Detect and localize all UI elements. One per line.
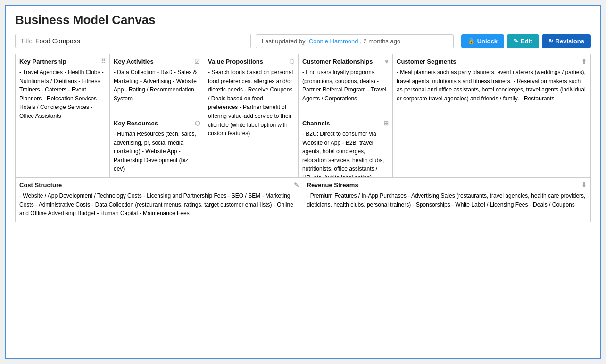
cost-structure-content: - Website / App Development / Technology… [19, 191, 299, 218]
edit-icon: ✎ [514, 38, 518, 44]
outer-container: Business Model Canvas Title Food Compass… [5, 5, 601, 359]
customer-segments-cell: Customer Segments ⬆ - Meal planners such… [393, 54, 590, 177]
channels-cell: Channels ⊞ - B2C: Direct to consumer via… [299, 116, 392, 177]
cost-structure-title: Cost Structure [19, 182, 62, 189]
revenue-streams-title: Revenue Streams [307, 182, 358, 189]
customer-relationships-header: Customer Relationships ♥ [302, 58, 389, 65]
key-resources-content: - Human Resources (tech, sales, advertis… [114, 130, 200, 174]
channels-title: Channels [302, 120, 330, 127]
value-propositions-header: Value Propositions ⬡ [208, 58, 294, 65]
key-activities-cell: Key Activities ☑ - Data Collection - R&D… [110, 54, 204, 116]
unlock-label: Unlock [477, 38, 498, 45]
value-propositions-content: - Search foods based on personal food pr… [208, 68, 294, 138]
title-value: Food Compass [35, 37, 80, 45]
customer-segments-icon: ⬆ [581, 58, 587, 65]
key-resources-header: Key Resources ⬡ [114, 120, 200, 127]
key-partnership-icon: ⠿ [101, 58, 106, 65]
last-updated-suffix: , 2 months ago [360, 38, 400, 45]
value-propositions-title: Value Propositions [208, 58, 263, 65]
customer-relationships-title: Customer Relationships [302, 58, 373, 65]
key-activities-title: Key Activities [114, 58, 154, 65]
edit-button[interactable]: ✎ Edit [507, 34, 539, 48]
key-resources-icon: ⬡ [195, 120, 200, 127]
cost-structure-header: Cost Structure ✎ [19, 182, 299, 189]
cost-structure-icon: ✎ [294, 182, 299, 189]
revenue-streams-icon: ⬇ [581, 182, 587, 189]
customer-relationships-icon: ♥ [385, 58, 389, 65]
revisions-label: Revisions [556, 38, 584, 45]
key-activities-header: Key Activities ☑ [114, 58, 200, 65]
canvas-top: Key Partnership ⠿ - Travel Agencies - He… [15, 54, 591, 177]
key-partnership-cell: Key Partnership ⠿ - Travel Agencies - He… [16, 54, 110, 177]
lock-icon: 🔒 [468, 38, 475, 44]
customer-segments-header: Customer Segments ⬆ [397, 58, 587, 65]
key-activities-icon: ☑ [194, 58, 200, 65]
channels-content: - B2C: Direct to consumer via Website or… [302, 130, 389, 177]
key-resources-title: Key Resources [114, 120, 158, 127]
revenue-streams-header: Revenue Streams ⬇ [307, 182, 587, 189]
customer-segments-title: Customer Segments [397, 58, 456, 65]
last-updated: Last updated by Connie Hammond , 2 month… [256, 34, 454, 48]
value-propositions-icon: ⬡ [289, 58, 294, 65]
title-label: Title [20, 37, 33, 45]
cr-ch-column: Customer Relationships ♥ - End users loy… [299, 54, 393, 177]
canvas-bottom: Cost Structure ✎ - Website / App Develop… [15, 177, 591, 222]
revenue-streams-content: - Premium Features / In-App Purchases - … [307, 191, 587, 209]
btn-group: 🔒 Unlock ✎ Edit ↻ Revisions [461, 34, 591, 48]
title-field: Title Food Compass [15, 34, 251, 48]
key-partnership-content: - Travel Agencies - Health Clubs - Nutri… [19, 68, 106, 121]
toolbar: Title Food Compass Last updated by Conni… [15, 34, 591, 48]
cost-structure-cell: Cost Structure ✎ - Website / App Develop… [16, 178, 303, 222]
edit-label: Edit [521, 38, 532, 45]
value-propositions-cell: Value Propositions ⬡ - Search foods base… [204, 54, 299, 177]
key-resources-cell: Key Resources ⬡ - Human Resources (tech,… [110, 116, 204, 177]
channels-header: Channels ⊞ [302, 120, 389, 127]
revisions-button[interactable]: ↻ Revisions [542, 34, 591, 48]
key-activities-content: - Data Collection - R&D - Sales & Market… [114, 68, 200, 103]
key-partnership-title: Key Partnership [19, 58, 66, 65]
customer-relationships-content: - End users loyalty programs (promotions… [302, 68, 389, 103]
last-updated-user[interactable]: Connie Hammond [309, 38, 358, 45]
revisions-icon: ↻ [548, 38, 553, 44]
revenue-streams-cell: Revenue Streams ⬇ - Premium Features / I… [303, 178, 591, 222]
page-title: Business Model Canvas [15, 13, 591, 27]
unlock-button[interactable]: 🔒 Unlock [461, 34, 504, 48]
customer-relationships-cell: Customer Relationships ♥ - End users loy… [299, 54, 392, 116]
customer-segments-content: - Meal planners such as party planners, … [397, 68, 587, 103]
ka-kr-column: Key Activities ☑ - Data Collection - R&D… [110, 54, 204, 177]
key-partnership-header: Key Partnership ⠿ [19, 58, 106, 65]
last-updated-prefix: Last updated by [262, 38, 306, 45]
channels-icon: ⊞ [383, 120, 389, 127]
